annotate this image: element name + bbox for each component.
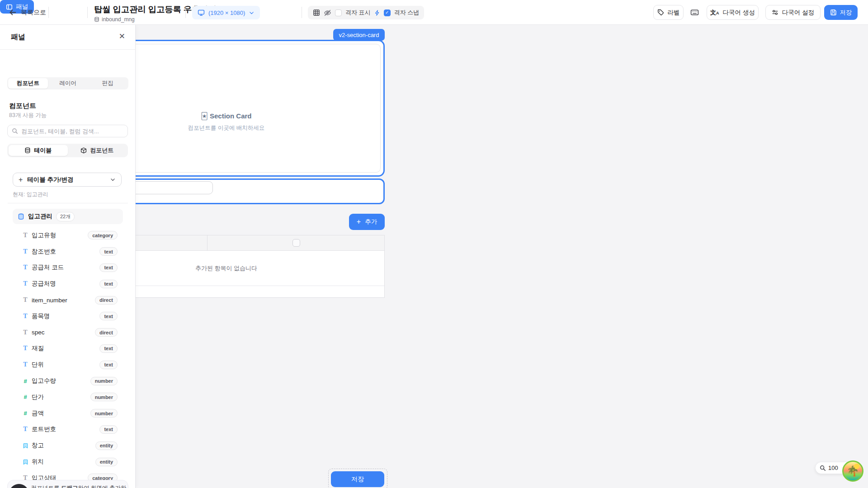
field-name: 로트번호 — [32, 425, 56, 433]
chevron-down-icon — [110, 177, 116, 183]
tab-components[interactable]: 컴포넌트 — [8, 78, 48, 89]
field-type-badge: text — [99, 312, 118, 320]
table-subtitle: inbound_mng — [102, 16, 135, 23]
canvas-save-button[interactable]: 저장 — [331, 471, 384, 487]
plus-icon: + — [19, 176, 23, 184]
grid-show-checkbox[interactable] — [335, 9, 342, 16]
field-item-재질[interactable]: T재질text — [0, 341, 136, 357]
tab-edit[interactable]: 편집 — [88, 78, 127, 89]
keyboard-shortcuts-button[interactable] — [687, 5, 702, 20]
field-name: 공급처명 — [32, 280, 56, 288]
close-icon[interactable]: ✕ — [119, 32, 125, 41]
text-field-icon: T — [22, 280, 29, 287]
field-type-badge: text — [99, 344, 118, 353]
database-icon — [18, 213, 24, 220]
field-item-품목명[interactable]: T품목명text — [0, 308, 136, 324]
field-name: 입고유형 — [32, 231, 56, 239]
i18n-settings-button[interactable]: 다국어 설정 — [765, 5, 821, 20]
field-list: T입고유형categoryT참조번호textT공급처 코드textT공급처명te… — [0, 227, 136, 486]
save-button[interactable]: 저장 — [824, 5, 858, 20]
field-item-참조번호[interactable]: T참조번호text — [0, 244, 136, 260]
field-item-입고수량[interactable]: #입고수량number — [0, 373, 136, 389]
field-type-badge: entity — [95, 458, 118, 466]
island-sticker-icon[interactable]: 🌴 — [842, 460, 863, 482]
i18n-generate-button[interactable]: 文A 다국어 생성 — [707, 5, 759, 20]
add-table-button[interactable]: + 테이블 추가/변경 — [13, 173, 122, 187]
field-type-badge: text — [99, 280, 118, 288]
label-button[interactable]: 라벨 — [653, 5, 684, 20]
field-item-item_number[interactable]: Titem_numberdirect — [0, 292, 136, 308]
app-stage: v2-section-card 🃏 Section Card 컴포넌트를 이곳에… — [0, 0, 868, 488]
database-icon — [94, 17, 99, 22]
monitor-icon — [198, 9, 205, 16]
grid-icon[interactable] — [313, 9, 320, 16]
selection-tag: v2-section-card — [333, 29, 385, 41]
card-emoji-icon: 🃏 — [201, 112, 208, 120]
components-count: 83개 사용 가능 — [9, 112, 47, 119]
panel-header: 패널 ✕ — [0, 25, 135, 50]
database-icon — [24, 147, 31, 154]
magnifier-icon — [820, 465, 826, 471]
field-item-창고[interactable]: 창고entity — [0, 437, 136, 454]
back-to-list-button[interactable]: 목록으로 — [9, 0, 46, 25]
add-row-button[interactable]: + 추가 — [349, 214, 385, 230]
grid-snap-checkbox[interactable]: ✓ — [384, 9, 391, 16]
field-item-금액[interactable]: #금액number — [0, 405, 136, 422]
field-type-badge: text — [99, 425, 118, 434]
cube-icon — [80, 147, 87, 154]
field-item-단가[interactable]: #단가number — [0, 389, 136, 405]
eye-off-icon[interactable] — [324, 9, 331, 17]
current-table-label: 현재: 입고관리 — [13, 191, 48, 198]
field-name: 단위 — [32, 361, 44, 369]
text-field-icon: T — [22, 264, 29, 271]
mode-table-segment[interactable]: 테이블 — [9, 145, 68, 156]
field-name: 참조번호 — [32, 248, 56, 256]
field-name: 품목명 — [32, 312, 50, 320]
category-field-icon: T — [22, 296, 29, 304]
field-name: 공급처 코드 — [32, 263, 64, 272]
field-item-로트번호[interactable]: T로트번호text — [0, 422, 136, 438]
text-field-icon: T — [22, 345, 29, 352]
mode-component-segment[interactable]: 컴포넌트 — [68, 145, 127, 156]
number-field-icon: # — [22, 378, 29, 385]
resolution-selector[interactable]: (868 × 488) — [192, 6, 260, 19]
number-field-icon: # — [22, 394, 29, 400]
field-name: 창고 — [32, 441, 44, 450]
field-item-spec[interactable]: Tspecdirect — [0, 324, 136, 341]
field-item-위치[interactable]: 위치entity — [0, 454, 136, 470]
divider — [8, 203, 128, 203]
sliders-icon — [772, 9, 778, 16]
field-item-단위[interactable]: T단위text — [0, 357, 136, 373]
tab-layers[interactable]: 레이어 — [48, 78, 88, 89]
keyboard-icon — [690, 8, 699, 17]
field-type-badge: direct — [95, 296, 118, 305]
text-field-icon: T — [22, 248, 29, 255]
field-name: 단가 — [32, 393, 44, 401]
search-input[interactable] — [21, 128, 123, 135]
save-icon — [830, 9, 837, 16]
entity-field-icon — [22, 459, 29, 465]
field-type-badge: text — [99, 361, 118, 369]
divider — [185, 7, 186, 18]
grid-toolbar: 격자 표시 ✓ 격자 스냅 — [308, 6, 424, 19]
field-item-입고유형[interactable]: T입고유형category — [0, 227, 136, 244]
column-divider — [207, 235, 208, 251]
panel-tab-bar: 컴포넌트 레이어 편집 — [7, 77, 128, 89]
field-type-badge: number — [90, 393, 118, 401]
field-type-badge: number — [90, 377, 118, 385]
components-panel: 패널 ✕ 컴포넌트 레이어 편집 컴포넌트 83개 사용 가능 — [0, 25, 136, 488]
field-item-공급처명[interactable]: T공급처명text — [0, 276, 136, 292]
select-all-checkbox[interactable] — [292, 239, 300, 247]
field-name: item_number — [32, 297, 67, 304]
field-type-badge: text — [99, 263, 118, 272]
field-name: 위치 — [32, 458, 44, 466]
number-field-icon: # — [22, 410, 29, 417]
search-box — [7, 125, 128, 137]
zoom-value: 100 — [828, 465, 838, 471]
table-item-inbound[interactable]: 입고관리 22개 — [13, 209, 123, 224]
tag-icon — [657, 9, 664, 16]
field-item-공급처 코드[interactable]: T공급처 코드text — [0, 260, 136, 276]
sun-dot — [854, 464, 859, 469]
field-name: 재질 — [32, 344, 44, 352]
field-type-badge: number — [90, 409, 118, 418]
